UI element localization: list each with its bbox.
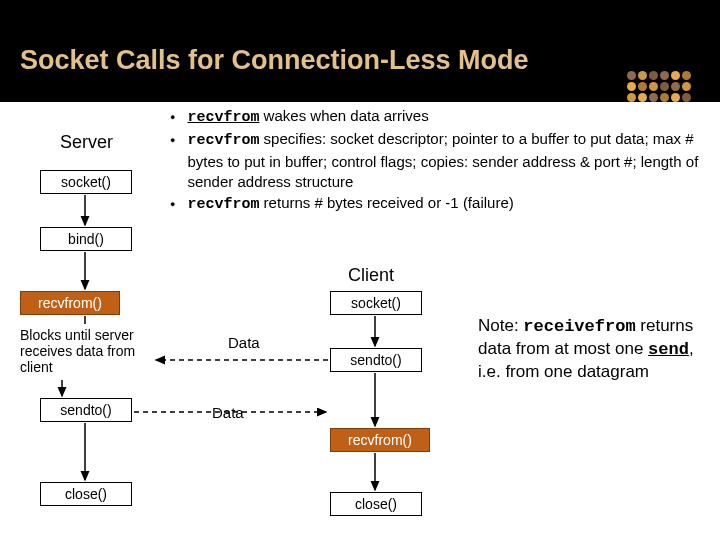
decorative-dots [626,70,692,103]
label-data-1: Data [228,334,260,351]
bullet-1: recvfrom wakes when data arrives [170,106,705,128]
label-data-2: Data [212,404,244,421]
server-label: Server [60,132,113,153]
box-server-recvfrom: recvfrom() [20,291,120,315]
box-client-recvfrom: recvfrom() [330,428,430,452]
bullet-3: recvfrom returns # bytes received or -1 … [170,193,705,215]
box-server-socket: socket() [40,170,132,194]
box-server-sendto: sendto() [40,398,132,422]
box-server-bind: bind() [40,227,132,251]
box-server-close: close() [40,482,132,506]
note-text: Note: receivefrom returns data from at m… [478,315,700,383]
page-title: Socket Calls for Connection-Less Mode [20,45,529,76]
box-client-sendto: sendto() [330,348,422,372]
bullet-2: recvfrom specifies: socket descriptor; p… [170,129,705,192]
client-label: Client [348,265,394,286]
box-client-close: close() [330,492,422,516]
caption-blocks: Blocks until server receives data from c… [20,327,160,375]
box-client-socket: socket() [330,291,422,315]
bullet-list: recvfrom wakes when data arrives recvfro… [170,106,705,216]
